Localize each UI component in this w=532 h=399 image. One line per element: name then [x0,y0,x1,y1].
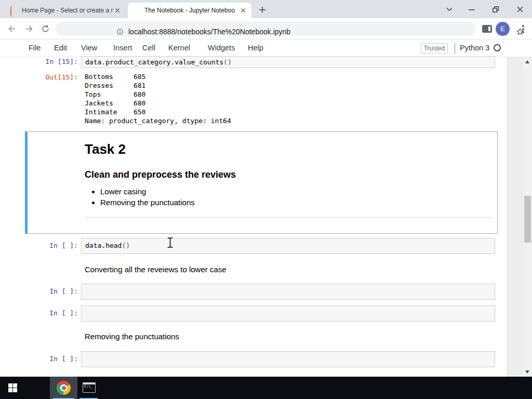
code-text: data.head [85,242,122,249]
close-window-icon[interactable] [515,5,525,14]
file-explorer-button[interactable] [25,377,50,399]
scroll-up-icon[interactable] [525,60,529,63]
tab-notebook[interactable]: The Notebook - Jupyter Noteboo [128,3,251,18]
minimize-window-icon[interactable] [467,5,476,14]
tab-title: The Notebook - Jupyter Noteboo [144,7,239,14]
markdown-paragraph[interactable]: Removing the punctuations [85,332,179,341]
menu-widgets[interactable]: Widgets [208,44,235,52]
forward-icon[interactable] [25,24,34,33]
page-gutter [507,57,523,377]
windows-logo-icon [8,383,17,392]
text-cursor-icon [166,236,174,249]
menu-kernel[interactable]: Kernel [168,44,190,52]
command-prompt-icon: C:\_ [83,382,96,393]
new-tab-icon[interactable] [258,5,267,15]
scroll-down-icon[interactable] [525,370,529,374]
markdown-cell-task2[interactable]: Task 2 Clean and preprocess the reviews … [25,131,498,234]
input-prompt: In [ ]: [0,242,78,250]
task-bullet-list: Lower casing Removing the punctuations [89,186,195,208]
code-text: data.product_category.value_counts [85,58,223,66]
command-prompt-button[interactable]: C:\_ [77,377,100,399]
site-info-icon[interactable] [116,28,124,35]
menu-insert[interactable]: Insert [113,44,132,52]
code-input[interactable]: data.head() [81,238,495,254]
kernel-idle-icon [494,44,501,51]
menu-help[interactable]: Help [248,44,263,52]
profile-avatar[interactable]: E [496,22,510,36]
browser-toolbar: localhost:8888/notebooks/The%20Notebook.… [0,18,532,39]
jupyter-menubar: File Edit View Insert Cell Kernel Widget… [0,39,532,57]
markdown-paragraph[interactable]: Converting all the reveiews to lower cas… [85,265,227,274]
menu-view[interactable]: View [81,44,97,52]
code-input[interactable]: data.product_category.value_counts() [81,56,495,68]
side-panel-icon[interactable] [482,25,492,33]
notebook-book-icon [133,7,140,14]
restore-window-icon[interactable] [491,5,500,14]
list-item: Removing the punctuations [100,197,195,208]
taskbar: C:\_ [0,377,532,399]
back-icon[interactable] [7,24,16,33]
task-subheading: Clean and preprocess the reviews [85,169,236,180]
scrollbar[interactable] [523,57,532,377]
list-item: Lower casing [100,186,195,197]
url-text[interactable]: localhost:8888/notebooks/The%20Notebook.… [128,28,290,36]
chrome-icon [57,381,71,395]
code-input-empty[interactable] [81,351,495,367]
tab-title: Home Page - Select or create a n [22,7,113,14]
input-prompt: In [15]: [0,58,78,66]
kernel-name: Python 3 [460,44,489,52]
browser-menu-icon[interactable] [522,25,524,33]
output-prompt: Out[15]: [0,73,78,82]
jupyter-spinner-icon [10,7,18,14]
input-prompt: In [ ]: [0,309,78,317]
close-tab-icon[interactable] [113,6,122,15]
close-tab-icon[interactable] [239,6,247,15]
menu-cell[interactable]: Cell [142,44,155,52]
start-button[interactable] [0,377,25,399]
chrome-button[interactable] [50,377,77,399]
cell-output: Bottoms 685 Dresses 681 Tops 680 Jackets… [85,72,231,125]
screen: Home Page - Select or create a n The Not… [0,0,532,399]
horizontal-rule [85,217,493,218]
address-bar[interactable]: localhost:8888/notebooks/The%20Notebook.… [56,21,475,36]
menu-file[interactable]: File [29,44,41,52]
trusted-badge[interactable]: Trusted [421,43,448,54]
jupyter-page: File Edit View Insert Cell Kernel Widget… [0,39,532,377]
browser-titlebar: Home Page - Select or create a n The Not… [0,0,532,18]
reload-icon[interactable] [41,24,50,33]
code-paren: () [223,58,232,66]
menubar-divider [455,43,455,54]
input-prompt: In [ ]: [0,287,78,296]
menu-edit[interactable]: Edit [54,44,67,52]
code-input-empty[interactable] [81,305,495,322]
input-prompt: In [ ]: [0,355,78,363]
scrollbar-thumb[interactable] [524,196,531,243]
tab-search-chevron-icon[interactable] [445,5,454,14]
code-input-empty[interactable] [81,284,495,300]
task-heading: Task 2 [85,141,126,157]
tab-home-page[interactable]: Home Page - Select or create a n [5,3,126,18]
code-paren: () [122,242,130,249]
